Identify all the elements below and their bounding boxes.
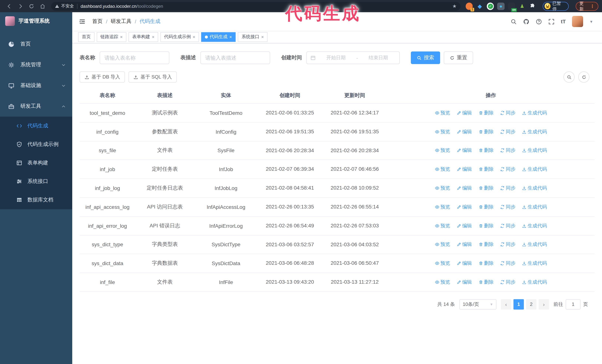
page-size-select[interactable]: 10条/页 ▼ <box>459 299 496 310</box>
sidebar-item-home[interactable]: 首页 <box>0 34 72 54</box>
url-host[interactable]: dashboard.yudao.iocoder.cn <box>81 3 137 9</box>
preview-link[interactable]: 预览 <box>435 110 450 116</box>
table-desc-input[interactable] <box>200 52 270 64</box>
preview-link[interactable]: 预览 <box>435 279 450 285</box>
refresh-table-button[interactable] <box>578 72 589 83</box>
extension-icon-grid[interactable] <box>497 2 505 10</box>
security-label[interactable]: 不安全 <box>61 3 74 9</box>
extension-icon-check[interactable]: ✓ <box>487 2 494 10</box>
avatar-caret-down-icon[interactable]: ▼ <box>589 20 593 23</box>
close-icon[interactable]: × <box>152 35 154 39</box>
kebab-menu-icon[interactable]: ⋮ <box>590 3 595 9</box>
generate-code-link[interactable]: 生成代码 <box>522 110 547 116</box>
generate-code-link[interactable]: 生成代码 <box>522 128 547 135</box>
generate-code-link[interactable]: 生成代码 <box>522 185 547 191</box>
sync-link[interactable]: 同步 <box>500 110 516 116</box>
close-icon[interactable]: × <box>261 35 264 39</box>
preview-link[interactable]: 预览 <box>435 147 450 154</box>
generate-code-link[interactable]: 生成代码 <box>522 166 547 173</box>
preview-link[interactable]: 预览 <box>435 204 450 210</box>
generate-code-link[interactable]: 生成代码 <box>522 241 547 248</box>
generate-code-link[interactable]: 生成代码 <box>522 147 547 154</box>
browser-forward-icon[interactable] <box>15 1 26 11</box>
edit-link[interactable]: 编辑 <box>457 260 472 267</box>
delete-link[interactable]: 删除 <box>478 147 494 154</box>
generate-code-link[interactable]: 生成代码 <box>522 279 547 285</box>
extension-icon-orange[interactable]: 1 <box>465 2 473 10</box>
edit-link[interactable]: 编辑 <box>457 185 472 191</box>
sidebar-item-form-builder[interactable]: 表单构建 <box>0 154 72 172</box>
delete-link[interactable]: 删除 <box>478 260 494 267</box>
delete-link[interactable]: 删除 <box>478 279 494 285</box>
date-range-picker[interactable]: 开始日期 - 结束日期 <box>306 52 400 64</box>
tag-tracing[interactable]: 链路追踪× <box>97 32 126 42</box>
close-icon[interactable]: × <box>229 35 232 39</box>
bookmark-star-icon[interactable]: ★ <box>452 3 457 9</box>
delete-link[interactable]: 删除 <box>478 128 494 135</box>
browser-home-icon[interactable] <box>37 1 48 11</box>
extension-icon-green[interactable]: ♟ <box>518 2 526 10</box>
goto-page-input[interactable] <box>566 299 580 310</box>
tag-home[interactable]: 首页 <box>78 32 95 42</box>
close-icon[interactable]: × <box>120 35 123 39</box>
sidebar-item-api[interactable]: 系统接口 <box>0 172 72 191</box>
sync-link[interactable]: 同步 <box>500 279 516 285</box>
breadcrumb-home[interactable]: 首页 <box>92 18 103 25</box>
preview-link[interactable]: 预览 <box>435 185 450 191</box>
generate-code-link[interactable]: 生成代码 <box>522 260 547 267</box>
browser-update-button[interactable]: 更新 ⋮ <box>576 2 598 10</box>
sync-link[interactable]: 同步 <box>500 185 516 191</box>
tag-api[interactable]: 系统接口× <box>238 32 268 42</box>
page-1-button[interactable]: 1 <box>514 299 524 310</box>
edit-link[interactable]: 编辑 <box>457 204 472 210</box>
reset-button[interactable]: 重置 <box>444 52 473 64</box>
sidebar-item-infra[interactable]: 基础设施 <box>0 75 72 96</box>
preview-link[interactable]: 预览 <box>435 128 450 135</box>
tag-codegen-example[interactable]: 代码生成示例× <box>161 32 199 42</box>
delete-link[interactable]: 删除 <box>478 241 494 248</box>
user-avatar[interactable] <box>572 16 583 27</box>
tag-codegen-active[interactable]: 代码生成× <box>201 32 236 42</box>
delete-link[interactable]: 删除 <box>478 110 494 116</box>
close-icon[interactable]: × <box>193 35 195 39</box>
app-logo[interactable]: 芋道管理系统 <box>0 12 72 30</box>
sync-link[interactable]: 同步 <box>500 204 516 210</box>
sync-link[interactable]: 同步 <box>500 260 516 267</box>
fullscreen-icon[interactable] <box>548 18 555 25</box>
tag-form-builder[interactable]: 表单构建× <box>129 32 158 42</box>
search-button[interactable]: 搜索 <box>411 52 440 64</box>
preview-link[interactable]: 预览 <box>435 166 450 173</box>
sync-link[interactable]: 同步 <box>500 147 516 154</box>
preview-link[interactable]: 预览 <box>435 241 450 248</box>
prev-page-button[interactable]: ‹ <box>501 299 511 310</box>
page-2-button[interactable]: 2 <box>526 299 537 310</box>
edit-link[interactable]: 编辑 <box>457 222 472 229</box>
extension-icon-gem[interactable]: ◆ <box>476 2 483 10</box>
edit-link[interactable]: 编辑 <box>457 128 472 135</box>
generate-code-link[interactable]: 生成代码 <box>522 204 547 210</box>
preview-link[interactable]: 预览 <box>435 260 450 267</box>
next-page-button[interactable]: › <box>539 299 549 310</box>
sync-link[interactable]: 同步 <box>500 222 516 229</box>
sync-link[interactable]: 同步 <box>500 241 516 248</box>
sidebar-item-system[interactable]: 系统管理 <box>0 54 72 75</box>
import-sql-button[interactable]: 基于 SQL 导入 <box>129 72 177 83</box>
github-icon[interactable] <box>523 18 529 25</box>
edit-link[interactable]: 编辑 <box>457 147 472 154</box>
profile-paused-pill[interactable]: 已暂停 <box>543 2 569 10</box>
toggle-search-button[interactable] <box>563 72 575 83</box>
sync-link[interactable]: 同步 <box>500 128 516 135</box>
sidebar-item-codegen[interactable]: 代码生成 <box>0 117 72 135</box>
address-bar[interactable]: 不安全 dashboard.yudao.iocoder.cn /tool/cod… <box>51 2 460 10</box>
edit-link[interactable]: 编辑 <box>457 110 472 116</box>
extension-icon-dark[interactable]: on <box>508 2 515 10</box>
delete-link[interactable]: 删除 <box>478 185 494 191</box>
preview-link[interactable]: 预览 <box>435 222 450 229</box>
browser-back-icon[interactable] <box>4 1 15 11</box>
sidebar-item-codegen-example[interactable]: 代码生成示例 <box>0 135 72 154</box>
browser-reload-icon[interactable] <box>26 1 37 11</box>
table-name-input[interactable] <box>100 52 169 64</box>
sync-link[interactable]: 同步 <box>500 166 516 173</box>
delete-link[interactable]: 删除 <box>478 222 494 229</box>
edit-link[interactable]: 编辑 <box>457 241 472 248</box>
